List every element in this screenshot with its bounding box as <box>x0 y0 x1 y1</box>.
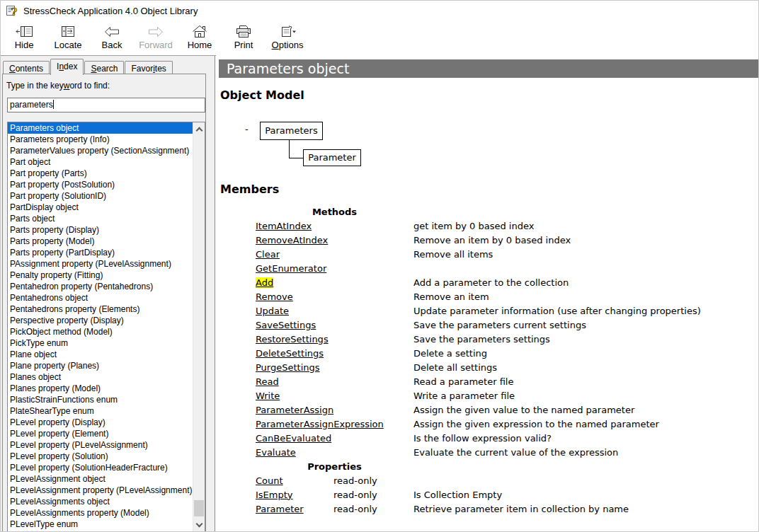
tab-contents[interactable]: Contents <box>3 61 50 75</box>
list-item[interactable]: PLevelAssignment object <box>8 473 205 485</box>
member-link[interactable]: Clear <box>256 249 280 260</box>
member-link[interactable]: ItemAtIndex <box>256 221 312 231</box>
member-link[interactable]: RemoveAtIndex <box>256 235 328 245</box>
object-model-box-parameter[interactable]: Parameter <box>303 149 361 166</box>
methods-heading: Methods <box>256 204 413 219</box>
index-list-scrollbar[interactable] <box>193 122 205 532</box>
home-button[interactable]: Home <box>178 21 222 54</box>
forward-button[interactable]: Forward <box>134 21 178 54</box>
methods-heading-row: Methods <box>256 204 753 219</box>
list-item[interactable]: Part property (SolutionID) <box>8 190 205 202</box>
member-desc: Update parameter information (use after … <box>413 303 753 318</box>
hide-icon <box>16 24 33 39</box>
member-link[interactable]: Read <box>256 376 279 387</box>
member-link[interactable]: Parameter <box>256 504 304 514</box>
list-item[interactable]: PickObject method (Model) <box>8 326 205 337</box>
method-row: GetEnumerator <box>256 261 753 275</box>
scroll-up-icon[interactable] <box>196 127 203 134</box>
options-icon <box>279 24 297 39</box>
list-item[interactable]: PLevelType enum <box>8 519 205 530</box>
member-link[interactable]: DeleteSettings <box>256 348 324 359</box>
scroll-down-icon[interactable] <box>196 521 203 528</box>
list-item[interactable]: Parameters object <box>8 122 205 134</box>
list-item[interactable]: Perspective property (Display) <box>8 315 205 326</box>
list-item[interactable]: Parts property (PartDisplay) <box>8 247 205 258</box>
list-item[interactable]: Planes property (Model) <box>8 383 205 394</box>
nav-tabs: Contents Index Search Favorites <box>3 59 173 75</box>
print-button[interactable]: Print <box>222 21 266 54</box>
locate-button[interactable]: Locate <box>46 21 90 54</box>
back-button[interactable]: Back <box>90 21 134 54</box>
member-link[interactable]: Evaluate <box>256 447 296 458</box>
list-item[interactable]: PlateShearType enum <box>8 405 205 417</box>
list-item[interactable]: Part property (Parts) <box>8 168 205 179</box>
list-item[interactable]: Part property (PostSolution) <box>8 179 205 190</box>
member-link[interactable]: ParameterAssign <box>256 405 333 415</box>
list-item[interactable]: PickType enum <box>8 337 205 349</box>
property-row: Countread-only <box>256 473 753 487</box>
list-item[interactable]: Penalty property (Fitting) <box>8 270 205 281</box>
list-item[interactable]: Parts object <box>8 213 205 224</box>
list-item[interactable]: Parameters property (Info) <box>8 134 205 145</box>
tab-favorites[interactable]: Favorites <box>125 61 172 75</box>
method-name-cell: RemoveAtIndex <box>256 233 413 247</box>
navigation-pane: Contents Index Search Favorites Type in … <box>1 56 215 531</box>
method-row: RemoveRemove an item <box>256 289 753 303</box>
method-row: AddAdd a parameter to the collection <box>256 275 753 289</box>
member-link[interactable]: Write <box>256 391 280 401</box>
member-desc: Save the parameters settings <box>413 332 753 346</box>
member-link[interactable]: Update <box>256 306 289 316</box>
list-item[interactable]: PLevel property (SolutionHeaderFracture) <box>8 462 205 473</box>
member-link[interactable]: SaveSettings <box>256 320 316 330</box>
list-item[interactable]: PLevel property (PLevelAssignment) <box>8 439 205 451</box>
member-desc: Save the parameters current settings <box>413 318 753 332</box>
object-model-collapse-toggle[interactable]: - <box>245 124 249 134</box>
member-link[interactable]: Count <box>256 475 283 486</box>
list-item[interactable]: PLevelAssignments object <box>8 496 205 507</box>
object-model-box-parameters[interactable]: Parameters <box>260 122 323 140</box>
list-item[interactable]: PLevel property (Element) <box>8 428 205 439</box>
back-icon <box>104 24 120 39</box>
list-item[interactable]: Pentahedrons property (Elements) <box>8 303 205 315</box>
member-link[interactable]: RestoreSettings <box>256 334 329 345</box>
list-item[interactable]: PlasticStrainFunctions enum <box>8 394 205 405</box>
member-link[interactable]: Remove <box>256 291 293 302</box>
list-item[interactable]: Planes object <box>8 371 205 383</box>
method-name-cell: ItemAtIndex <box>256 219 413 233</box>
member-link[interactable]: ParameterAssignExpression <box>256 419 384 429</box>
member-link[interactable]: IsEmpty <box>256 490 293 500</box>
scrollbar-thumb[interactable] <box>194 500 204 516</box>
method-row: WriteWrite a parameter file <box>256 388 753 403</box>
list-item[interactable]: PAssignment property (PLevelAssignment) <box>8 258 205 270</box>
list-item[interactable]: PLevel property (Solution) <box>8 451 205 462</box>
list-item[interactable]: Plane object <box>8 349 205 360</box>
member-desc: Delete a setting <box>413 346 753 360</box>
method-row: ItemAtIndexget item by 0 based index <box>256 219 753 233</box>
member-link[interactable]: GetEnumerator <box>256 263 326 274</box>
member-link[interactable]: PurgeSettings <box>256 362 320 373</box>
list-item[interactable]: Pentahedrons object <box>8 292 205 303</box>
list-item[interactable]: ParameterValues property (SectionAssignm… <box>8 145 205 156</box>
locate-button-label: Locate <box>54 40 81 50</box>
list-item[interactable]: PLevel property (Display) <box>8 417 205 428</box>
hide-button[interactable]: Hide <box>2 21 46 54</box>
tab-search[interactable]: Search <box>84 61 124 75</box>
tab-index[interactable]: Index <box>50 59 84 75</box>
list-item[interactable]: PLevelAssignment property (PLevelAssignm… <box>8 485 205 496</box>
index-list-items: Parameters objectParameters property (In… <box>8 122 205 532</box>
keyword-input[interactable]: parameters <box>7 98 205 112</box>
member-link[interactable]: CanBeEvaluated <box>256 433 331 444</box>
list-item[interactable]: Parts property (Display) <box>8 224 205 236</box>
list-item[interactable]: Parts property (Model) <box>8 236 205 247</box>
member-link[interactable]: Add <box>256 277 273 288</box>
member-desc: Assign the given expression to the named… <box>413 417 753 431</box>
list-item[interactable]: Pentahedron property (Pentahedrons) <box>8 281 205 292</box>
forward-button-label: Forward <box>139 40 173 50</box>
list-item[interactable]: Plane property (Planes) <box>8 360 205 371</box>
list-item[interactable]: Part object <box>8 156 205 168</box>
property-access: read-only <box>333 502 413 516</box>
list-item[interactable]: PartDisplay object <box>8 202 205 213</box>
options-button[interactable]: Options <box>266 21 309 54</box>
list-item[interactable]: PLevelAssignments property (Model) <box>8 507 205 519</box>
topic-title-bar: Parameters object <box>219 59 758 78</box>
